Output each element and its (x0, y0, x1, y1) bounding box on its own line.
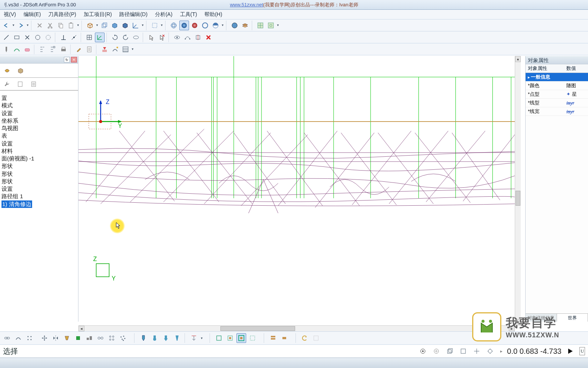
pointer-x-icon[interactable] (157, 33, 167, 42)
cut-button[interactable] (45, 21, 55, 30)
tree-item-selected[interactable]: 1) 清角修边 (1, 200, 77, 208)
redo-dropdown-icon[interactable]: ▼ (26, 22, 29, 29)
pointer-icon[interactable] (146, 33, 156, 42)
menu-machining[interactable]: 加工项目(R) (82, 10, 113, 19)
document-icon[interactable] (84, 45, 94, 54)
tree-item[interactable]: 面(俯视图) -1 (1, 155, 77, 162)
axis-toggle-icon[interactable] (95, 33, 105, 42)
tree-item[interactable]: 模式 (1, 102, 77, 109)
close-panel-icon[interactable]: ✕ (71, 57, 77, 62)
scatter-icon[interactable] (118, 333, 128, 343)
sphere-blue-icon[interactable] (179, 21, 189, 30)
curve-edit-icon[interactable] (183, 33, 192, 42)
tangent-icon[interactable] (69, 33, 79, 42)
scroll-left-icon[interactable]: ◄ (78, 326, 84, 331)
record-u-icon[interactable]: U (579, 347, 585, 355)
property-row[interactable]: *颜色随图 (526, 82, 588, 90)
circle-tool-icon[interactable] (33, 33, 43, 42)
transform-icon[interactable] (40, 333, 49, 343)
snap-pts-icon[interactable] (25, 333, 34, 343)
green-square-icon[interactable] (73, 333, 83, 343)
blocks-icon[interactable] (84, 333, 94, 343)
eye-icon[interactable] (172, 33, 182, 42)
model-tab-icon[interactable] (16, 66, 25, 76)
menu-toolpath[interactable]: 刀具路径(P) (47, 10, 78, 19)
perp-icon[interactable] (59, 33, 68, 42)
menu-pathedit[interactable]: 路径编辑(D) (118, 10, 149, 19)
rotate-ccw-icon[interactable] (121, 33, 130, 42)
tree-item[interactable]: 设置 (1, 185, 77, 193)
bound-icon[interactable] (214, 333, 224, 343)
tree-item[interactable]: 形状 (1, 178, 77, 185)
notes-icon[interactable] (30, 80, 37, 88)
tool-v-icon[interactable] (161, 333, 171, 343)
path-dropdown-icon[interactable]: ▼ (131, 46, 134, 53)
axes-icon[interactable] (131, 21, 140, 30)
undo-dropdown-icon[interactable]: ▼ (12, 22, 15, 29)
tree-item[interactable]: 形状 (1, 162, 77, 170)
tree-item[interactable]: 置 (1, 94, 77, 102)
cube-iso-icon[interactable] (85, 21, 95, 30)
scroll-right-icon[interactable]: ► (509, 326, 515, 331)
globe-half-icon[interactable] (211, 21, 220, 30)
delete-button[interactable] (35, 21, 44, 30)
os-taskbar[interactable] (0, 358, 588, 368)
tree-item[interactable]: 材料 (1, 147, 77, 155)
nodes-icon[interactable] (96, 333, 105, 343)
snap-grid-icon[interactable] (256, 21, 265, 30)
toolpath-tab-icon[interactable] (2, 66, 12, 76)
depth-icon[interactable] (189, 333, 199, 343)
bound-tool-icon[interactable] (225, 333, 235, 343)
undo2-icon[interactable] (300, 333, 310, 343)
rotate-3-icon[interactable] (131, 33, 141, 42)
redo-button[interactable] (16, 21, 25, 30)
globe-dropdown-icon[interactable]: ▼ (221, 22, 224, 29)
axes-dropdown-icon[interactable]: ▼ (141, 22, 144, 29)
scroll-down-icon[interactable]: ▼ (515, 319, 521, 325)
chain-icon[interactable] (2, 333, 12, 343)
vertical-scrollbar[interactable]: ▲ ▼ (515, 56, 521, 325)
depth-dropdown-icon[interactable]: ▼ (200, 334, 203, 342)
curve2-icon[interactable] (13, 333, 23, 343)
property-row[interactable]: *线宽layr (526, 107, 588, 116)
path-edit-icon[interactable] (110, 45, 120, 54)
refresh-icon[interactable]: ↻ (64, 57, 70, 62)
bound-off-icon[interactable] (248, 333, 257, 343)
note-icon[interactable] (16, 80, 24, 88)
curve-tool-icon[interactable] (12, 45, 22, 54)
scrollbar-thumb[interactable] (516, 191, 520, 206)
tree-item[interactable]: 坐标系 (1, 117, 77, 125)
cube-shaded-icon[interactable] (120, 21, 130, 30)
select-area-icon[interactable] (150, 21, 160, 30)
drill-icon[interactable] (1, 45, 11, 54)
rotate-cw-icon[interactable] (110, 33, 120, 42)
tool-flat-icon[interactable] (139, 333, 148, 343)
horizontal-scrollbar[interactable]: ◄ ► (78, 325, 515, 331)
tree-item[interactable]: 设置 (1, 140, 77, 147)
single-icon[interactable] (279, 333, 289, 343)
play-icon[interactable] (568, 349, 573, 354)
stack-icon[interactable] (268, 333, 278, 343)
paste-button[interactable] (66, 21, 76, 30)
scrollbar-thumb[interactable] (220, 326, 295, 331)
snap-object-icon[interactable] (266, 21, 276, 30)
layers-icon[interactable] (240, 21, 250, 30)
tree-item[interactable]: 表 (1, 132, 77, 139)
mirror-icon[interactable] (51, 333, 61, 343)
globe-settings-icon[interactable] (230, 21, 239, 30)
grid-icon[interactable] (84, 33, 94, 42)
paint-red-icon[interactable] (100, 45, 109, 54)
tab-world[interactable]: 世界 (557, 314, 588, 322)
view-dropdown-icon[interactable]: ▼ (96, 22, 99, 29)
menu-edit[interactable]: 编辑(E) (22, 10, 43, 19)
tool-ball-icon[interactable] (150, 333, 160, 343)
path-gen-icon[interactable] (121, 45, 130, 54)
shape1-icon[interactable] (62, 333, 72, 343)
menu-analyze[interactable]: 分析(A) (154, 10, 174, 19)
close-red-icon[interactable] (204, 33, 213, 42)
menu-view[interactable]: 视(V) (2, 10, 18, 19)
tree-item[interactable]: 路径组 1 (1, 193, 77, 200)
property-row[interactable]: *线型layr (526, 99, 588, 107)
circle-outline-icon[interactable] (200, 21, 210, 30)
sphere-red-icon[interactable] (190, 21, 199, 30)
